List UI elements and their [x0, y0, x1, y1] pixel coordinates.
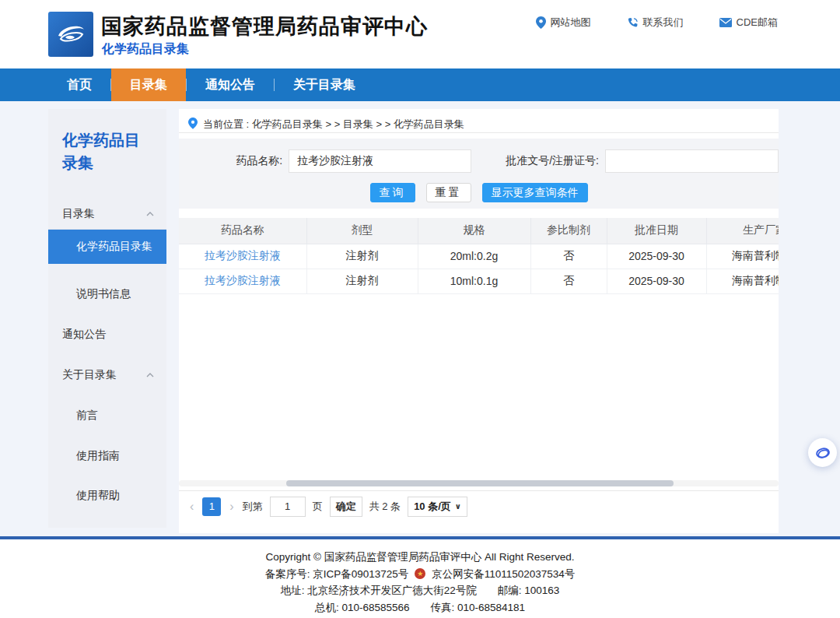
drug-name-label: 药品名称:: [179, 154, 282, 168]
cell-approval-date: 2025-09-30: [607, 244, 706, 269]
page-size-select[interactable]: 10 条/页 ∨: [408, 497, 467, 517]
phone-icon: [627, 17, 639, 29]
nav-item-notices[interactable]: 通知公告: [187, 68, 274, 101]
more-conditions-button[interactable]: 显示更多查询条件: [482, 183, 588, 202]
cell-reference: 否: [530, 269, 607, 293]
drug-link[interactable]: 拉考沙胺注射液: [179, 269, 306, 293]
chevron-up-icon: [146, 373, 154, 377]
contact-label: 联系我们: [643, 16, 684, 30]
sidebar-item-label: 目录集: [62, 207, 95, 221]
sidebar-item-help[interactable]: 使用帮助: [48, 488, 166, 504]
sidebar-item-label: 说明书信息: [76, 287, 131, 301]
sidebar-item-label: 通知公告: [62, 328, 106, 342]
breadcrumb-text: 当前位置 : 化学药品目录集 > > 目录集 > > 化学药品目录集: [203, 118, 464, 132]
page-1-button[interactable]: 1: [202, 497, 221, 516]
approval-number-input[interactable]: [605, 149, 779, 173]
sitemap-label: 网站地图: [551, 16, 591, 30]
goto-label: 到第: [243, 500, 263, 514]
page-unit-label: 页: [313, 500, 323, 514]
chevron-down-icon: ∨: [455, 502, 461, 511]
footer: Copyright © 国家药品监督管理局药品审评中心 All Right Re…: [0, 539, 840, 618]
sidebar-item-label: 使用指南: [76, 449, 120, 463]
reset-button[interactable]: 重置: [426, 183, 471, 202]
footer-copyright: Copyright © 国家药品监督管理局药品审评中心 All Right Re…: [0, 549, 840, 566]
breadcrumb: 当前位置 : 化学药品目录集 > > 目录集 > > 化学药品目录集: [179, 109, 779, 132]
location-pin-icon: [188, 118, 198, 132]
sidebar-item-instructions[interactable]: 说明书信息: [48, 286, 166, 302]
mail-link[interactable]: CDE邮箱: [719, 16, 778, 30]
cell-specification: 20ml:0.2g: [418, 244, 530, 269]
cell-manufacturer: 海南普利制药: [706, 269, 779, 293]
mail-icon: [719, 18, 732, 27]
cell-dosage-form: 注射剂: [306, 269, 418, 293]
sidebar-item-chemical-catalog[interactable]: 化学药品目录集: [48, 230, 166, 264]
site-header: 国家药品监督管理局药品审评中心 化学药品目录集 网站地图 联系我们 CDE邮箱: [0, 0, 840, 68]
widget-swirl-icon: [814, 444, 831, 462]
horizontal-scrollbar: [179, 480, 779, 486]
approval-number-label: 批准文号/注册证号:: [487, 154, 599, 168]
police-badge-icon: ★: [415, 568, 425, 579]
col-manufacturer: 生产厂家: [706, 218, 779, 244]
chevron-up-icon: [146, 212, 154, 216]
sidebar-item-user-guide[interactable]: 使用指南: [48, 448, 166, 464]
col-specification: 规格: [418, 218, 530, 244]
footer-phone: 总机: 010-68585566 传真: 010-68584181: [0, 599, 840, 616]
sidebar-item-notices[interactable]: 通知公告: [48, 327, 166, 342]
drug-link[interactable]: 拉考沙胺注射液: [179, 244, 306, 269]
sidebar-item-label: 前言: [76, 409, 98, 423]
cell-dosage-form: 注射剂: [306, 244, 418, 269]
sidebar-item-catalog-section[interactable]: 目录集: [48, 206, 166, 222]
sidebar-item-label: 关于目录集: [62, 368, 117, 382]
table-row: 拉考沙胺注射液 注射剂 20ml:0.2g 否 2025-09-30 海南普利制…: [179, 244, 779, 269]
next-page-icon[interactable]: ›: [228, 500, 235, 514]
prev-page-icon[interactable]: ‹: [188, 500, 195, 514]
cell-approval-date: 2025-09-30: [607, 269, 706, 293]
site-title: 国家药品监督管理局药品审评中心: [101, 12, 428, 40]
results-table: 药品名称 剂型 规格 参比制剂 批准日期 生产厂家 拉考沙胺注射液 注射剂 20…: [179, 218, 779, 294]
total-count-label: 共 2 条: [369, 500, 401, 514]
nav-item-catalog[interactable]: 目录集: [111, 68, 186, 101]
mail-label: CDE邮箱: [737, 16, 778, 30]
cde-logo-icon: [54, 17, 88, 51]
col-drug-name: 药品名称: [179, 218, 306, 244]
sidebar-item-label: 使用帮助: [76, 489, 120, 503]
site-subtitle: 化学药品目录集: [102, 41, 189, 58]
query-button[interactable]: 查询: [370, 183, 415, 202]
sidebar-title: 化学药品目录集: [48, 109, 166, 174]
public-security-number: 京公网安备11011502037534号: [432, 566, 575, 583]
sidebar: 化学药品目录集 目录集 化学药品目录集 说明书信息 通知公告 关于目录集 前言: [48, 109, 166, 528]
page: 国家药品监督管理局药品审评中心 化学药品目录集 网站地图 联系我们 CDE邮箱: [0, 0, 840, 618]
cell-specification: 10ml:0.1g: [418, 269, 530, 293]
sidebar-item-about-section[interactable]: 关于目录集: [48, 367, 166, 383]
horizontal-scrollbar-thumb[interactable]: [286, 480, 674, 486]
col-reference: 参比制剂: [530, 218, 607, 244]
contact-link[interactable]: 联系我们: [627, 16, 684, 30]
goto-page-input[interactable]: [270, 497, 306, 517]
header-links: 网站地图 联系我们 CDE邮箱: [536, 16, 778, 30]
footer-registration: 备案序号: 京ICP备09013725号 ★ 京公网安备110115020375…: [0, 566, 840, 583]
confirm-button[interactable]: 确定: [330, 497, 362, 517]
icp-number: 备案序号: 京ICP备09013725号: [265, 566, 409, 583]
divider: [179, 132, 779, 133]
col-dosage-form: 剂型: [306, 218, 418, 244]
main-nav: 首页 目录集 通知公告 关于目录集: [0, 68, 840, 101]
map-pin-icon: [536, 16, 546, 29]
pagination: ‹ 1 › 到第 页 确定 共 2 条 10 条/页 ∨: [179, 490, 779, 521]
sidebar-item-foreword[interactable]: 前言: [48, 408, 166, 423]
cell-manufacturer: 海南普利制药: [706, 244, 779, 269]
footer-address: 地址: 北京经济技术开发区广德大街22号院 邮编: 100163: [0, 582, 840, 599]
sitemap-link[interactable]: 网站地图: [536, 16, 591, 30]
sidebar-item-label: 化学药品目录集: [76, 240, 152, 254]
table-row: 拉考沙胺注射液 注射剂 10ml:0.1g 否 2025-09-30 海南普利制…: [179, 269, 779, 293]
page-size-value: 10 条/页: [414, 500, 451, 514]
table-header-row: 药品名称 剂型 规格 参比制剂 批准日期 生产厂家: [179, 218, 779, 244]
cell-reference: 否: [530, 244, 607, 269]
col-approval-date: 批准日期: [607, 218, 706, 244]
nav-item-home[interactable]: 首页: [48, 68, 110, 101]
main-panel: 当前位置 : 化学药品目录集 > > 目录集 > > 化学药品目录集 药品名称:…: [179, 109, 779, 533]
search-panel: 药品名称: 批准文号/注册证号: 查询 重置 显示更多查询条件: [179, 139, 779, 209]
nav-item-about[interactable]: 关于目录集: [275, 68, 374, 101]
floating-widget-button[interactable]: [808, 438, 837, 467]
drug-name-input[interactable]: [289, 149, 471, 173]
cde-logo[interactable]: [48, 12, 93, 57]
